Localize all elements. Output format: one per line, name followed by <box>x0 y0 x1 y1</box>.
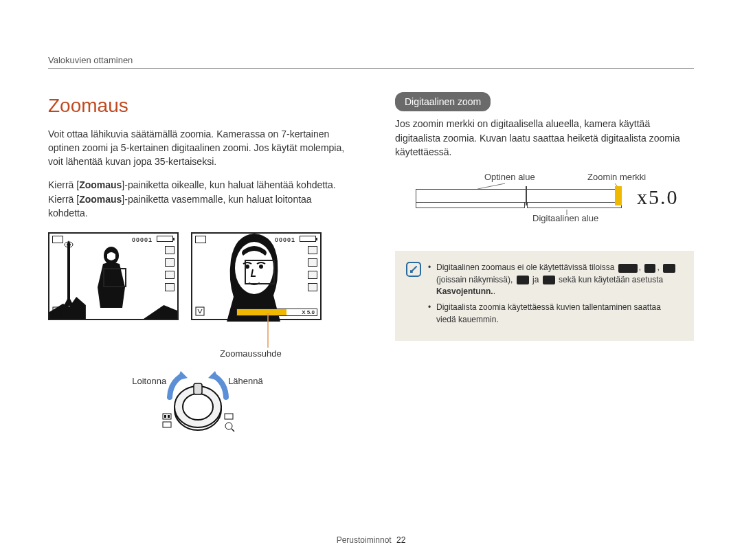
mode-icon <box>195 236 206 243</box>
focus-box <box>103 268 126 287</box>
ratio-callout: Zoomaussuhde <box>48 320 347 355</box>
gauge-divider <box>526 186 527 205</box>
note-info-icon <box>406 262 421 277</box>
digital-zoom-paragraph: Jos zoomin merkki on digitaalisella alue… <box>395 117 694 159</box>
svg-line-21 <box>232 429 234 432</box>
camera-screens-row: 00001 <box>48 232 347 320</box>
focus-box <box>245 260 275 284</box>
battery-icon <box>157 236 173 242</box>
gauge-bar <box>416 189 622 203</box>
header-rule <box>48 68 694 69</box>
battery-icon <box>300 236 316 242</box>
zoom-word-1: Zoomaus <box>79 179 122 190</box>
svg-rect-15 <box>163 414 171 419</box>
svg-rect-17 <box>168 415 170 418</box>
text: sekä kun käytetään asetusta <box>559 275 663 284</box>
ratio-label: Zoomaussuhde <box>220 348 282 361</box>
flash-icon <box>165 283 175 291</box>
left-column: Zoomaus Voit ottaa lähikuvia säätämällä … <box>48 92 347 445</box>
svg-rect-14 <box>194 383 202 394</box>
video-smart-mode-icon <box>543 276 555 284</box>
footer-page-number: 22 <box>396 535 405 545</box>
camera-screen-close: 00001 <box>191 232 322 320</box>
note-item-2: Digitaalista zoomia käytettäessä kuvien … <box>428 302 682 326</box>
video-mode-icon <box>517 276 529 284</box>
gauge-value: x5.0 <box>637 182 679 212</box>
page-footer: Perustoiminnot 22 <box>0 535 742 545</box>
svg-rect-18 <box>163 422 171 427</box>
svg-rect-19 <box>225 414 233 419</box>
two-column-layout: Zoomaus Voit ottaa lähikuvia säätämällä … <box>48 92 694 445</box>
gauge-bracket-optical <box>416 203 525 208</box>
section-header: Valokuvien ottaminen <box>48 55 694 65</box>
note-box: Digitaalinen zoomaus ei ole käytettäviss… <box>395 251 694 341</box>
svg-rect-16 <box>164 415 166 418</box>
gauge-indicator <box>615 186 622 205</box>
section-pill: Digitaalinen zoom <box>395 92 491 111</box>
text: . <box>493 287 495 296</box>
is-icon <box>195 306 205 316</box>
quality-icon <box>308 258 317 267</box>
zoom-dial-row: Loitonna Lähennä <box>48 363 347 445</box>
zoom-word-2: Zoomaus <box>79 194 122 205</box>
zoom-dial-illustration <box>160 368 236 437</box>
svg-point-20 <box>225 423 232 429</box>
page-title: Zoomaus <box>48 92 347 120</box>
text: ja <box>532 275 541 284</box>
text: Kierrä [ <box>48 179 79 190</box>
face-detect-label: Kasvojentunn. <box>436 287 493 296</box>
intro-paragraph: Voit ottaa lähikuvia säätämällä zoomia. … <box>48 127 347 169</box>
smart-mode-icon <box>618 264 638 273</box>
right-icon-stack <box>165 246 175 291</box>
dual-mode-icon <box>644 264 655 273</box>
quality-icon <box>165 258 175 267</box>
gauge-label-optical: Optinen alue <box>484 171 535 184</box>
shot-counter: 00001 <box>132 236 153 245</box>
res-icon <box>165 246 175 254</box>
text: Digitaalinen zoomaus ei ole käytettäviss… <box>436 262 617 272</box>
right-icon-stack <box>308 246 317 291</box>
res-icon <box>308 246 317 254</box>
meter-icon <box>165 271 175 279</box>
is-icon <box>52 306 62 316</box>
instruction-paragraph: Kierrä [Zoomaus]-painiketta oikealle, ku… <box>48 178 347 220</box>
svg-rect-2 <box>53 307 61 315</box>
svg-point-13 <box>183 394 213 420</box>
note-item-1: Digitaalinen zoomaus ei ole käytettäviss… <box>428 262 682 298</box>
gauge-bracket-digital <box>527 203 622 208</box>
skyline-illustration <box>49 291 177 319</box>
note-list: Digitaalinen zoomaus ei ole käytettäviss… <box>428 262 682 330</box>
text: (joissain näkymissä), <box>436 275 515 284</box>
svg-line-22 <box>477 183 505 189</box>
scene-mode-icon <box>663 264 675 273</box>
zoom-gauge: Optinen alue Zoomin merkki x5.0 Digitaal… <box>395 171 694 233</box>
meter-icon <box>308 271 317 279</box>
zoom-level-text: X 5.0 <box>302 309 315 317</box>
svg-rect-6 <box>196 307 204 315</box>
right-column: Digitaalinen zoom Jos zoomin merkki on d… <box>395 92 694 445</box>
camera-screen-wide: 00001 <box>48 232 179 320</box>
footer-section: Perustoiminnot <box>337 535 392 545</box>
svg-point-8 <box>267 313 270 315</box>
flash-icon <box>308 283 317 291</box>
gauge-label-digital: Digitaalinen alue <box>532 212 598 225</box>
